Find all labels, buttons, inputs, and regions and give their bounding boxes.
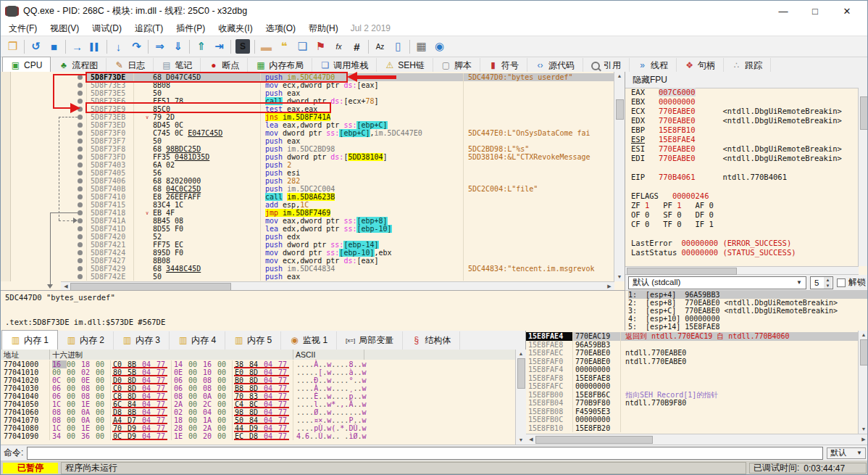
disasm-row[interactable]: 5D8F73F868 98BDC25Dpush im.5DC2BD985DC2B… [1,145,614,153]
menu-item-favourites[interactable]: 收藏夹(I) [212,22,259,36]
dump-row[interactable]: 770410501C001E006C8404772A002C00C48C0477… [1,400,367,408]
step-out-icon[interactable]: ⇑ [192,38,210,54]
calculator-icon[interactable]: ▦ [412,38,430,54]
disasm-row[interactable]: 5D8F74278B08mov ecx,dword ptr ds:[eax] [1,257,614,265]
dump-vertical-scrollbar[interactable]: ▲ ▼ [515,350,526,445]
calling-convention-select[interactable]: 默认 (stdcall) ▼ [628,276,806,289]
register-row[interactable]: CF 0 TF 0 IF 1 [631,220,859,229]
breakpoint-gutter[interactable] [1,121,86,129]
register-row[interactable]: EBX 00000000 [631,97,859,107]
disasm-row[interactable]: 5D8F740668 82020000push 282 [1,177,614,185]
register-row[interactable]: ESI 770EABE0 <ntdll.DbgUiRemoteBreakin> [631,144,859,154]
tab-watch-1[interactable]: ◉监视 1 [281,331,337,350]
stack-row[interactable]: 15E8FAE896A59BB3 [526,341,859,350]
disasm-row[interactable]: 5D8F7421FF75 ECpush dword ptr ss:[ebp-14… [1,241,614,249]
disasm-row[interactable]: 5D8F7424895D F0mov dword ptr ss:[ebp-10]… [1,249,614,257]
stack-row[interactable]: 15E8FB1015E8FB20 [526,424,859,433]
stack-row[interactable]: 15E8FAF400000000 [526,365,859,374]
breakpoint-gutter[interactable] [1,145,86,153]
menu-item-plugins[interactable]: 插件(P) [170,22,212,36]
disassembly-view[interactable]: 5D8F73DE68 D047C45Dpush im.5DC447D05DC44… [1,72,625,290]
tab-references[interactable]: 引用 [583,58,630,73]
command-profile-select[interactable]: 默认 ▼ [827,447,866,459]
register-row[interactable] [631,229,859,239]
breakpoint-gutter[interactable] [1,185,86,193]
breakpoint-gutter[interactable] [1,249,86,257]
minimize-button[interactable]: — [767,1,799,20]
breakpoint-gutter[interactable] [1,273,86,281]
disasm-row[interactable]: 5D8F742E50push eax [1,273,614,281]
stack-row[interactable]: 15E8FAFC00000000 [526,382,859,391]
stack-row[interactable]: 15E8FB08F45905E3 [526,408,859,416]
dump-row[interactable]: 770410801C001E0070D9047728002A0044D90477… [1,424,367,432]
close-button[interactable]: ✕ [831,1,863,20]
register-row[interactable] [631,257,859,266]
menu-item-trace[interactable]: 追踪(T) [128,22,170,36]
register-row[interactable]: ESP 15E8FAE4 [631,135,859,144]
registers-list[interactable]: EAX 007C6000EBX 00000000ECX 770EABE0 <nt… [625,88,859,266]
argument-row[interactable]: 2: [esp+8] 770EABE0 <ntdll.DbgUiRemoteBr… [628,299,868,307]
register-row[interactable]: EBP 15E8FB10 [631,125,859,135]
breakpoint-gutter[interactable] [1,161,86,169]
tab-struct[interactable]: §结构体 [403,331,460,350]
memory-dump-panel[interactable]: ▥内存 1▥内存 2▥内存 3▥内存 4▥内存 5◉监视 1[x=]局部变量§结… [1,331,525,445]
tab-threads[interactable]: »线程 [630,58,677,73]
tab-seh[interactable]: ⚠SEH链 [377,58,433,73]
run-to-user-code-icon[interactable]: ⇥ [210,38,228,54]
disasm-row[interactable]: 5D8F741A8B45 08mov eax,dword ptr ss:[ebp… [1,217,614,225]
dump-row[interactable]: 7704104006000800C88D047708000A0070830477… [1,392,367,400]
tab-breakpoints[interactable]: ●断点 [201,58,248,73]
register-row[interactable]: LastStatus 00000000 (STATUS_SUCCESS) [631,248,859,257]
tab-graph[interactable]: ♣流程图 [51,58,107,73]
register-row[interactable]: EIP 770B4061 ntdll.770B4061 [631,173,859,182]
disasm-row[interactable]: 5D8F74036A 02push 2 [1,161,614,169]
tab-dump-2[interactable]: ▥内存 2 [58,331,114,350]
run-to-selection-icon[interactable]: ⇒ [151,38,169,54]
breakpoint-gutter[interactable] [1,265,86,273]
open-file-icon[interactable]: ❐ [4,38,22,54]
argument-row[interactable]: 4: [esp+10] 00000000 [628,315,868,323]
tab-source[interactable]: ‹›源代码 [527,58,583,73]
tab-dump-3[interactable]: ▥内存 3 [114,331,170,350]
register-row[interactable]: EAX 007C6000 [631,88,859,97]
disasm-row[interactable]: 5D8F73FDFF35 0481D35Dpush dword ptr ds:[… [1,153,614,161]
stack-vertical-scrollbar[interactable]: ▲ ▼ [858,331,868,434]
breakpoint-gutter[interactable] [1,153,86,161]
tab-script[interactable]: ▢脚本 [433,58,480,73]
tab-handles[interactable]: ❖句柄 [677,58,724,73]
command-input[interactable] [27,447,823,460]
breakpoint-gutter[interactable] [1,137,86,145]
pause-icon[interactable]: ▌▌ [86,38,104,54]
register-row[interactable]: LastError 00000000 (ERROR_SUCCESS) [631,239,859,248]
disasm-row[interactable]: 5D8F73E550push eax [1,89,614,97]
stack-row[interactable]: 15E8FB04770B9F80ntdll.770B9F80 [526,399,859,408]
disasm-row[interactable]: 5D8F741D8D55 F0lea edx,dword ptr ss:[ebp… [1,225,614,233]
tab-notes[interactable]: ▤笔记 [154,58,201,73]
register-row[interactable]: EDX 770EABE0 <ntdll.DbgUiRemoteBreakin> [631,116,859,125]
unlock-checkbox[interactable] [837,278,846,287]
dump-row[interactable]: 7704103006000800C08D047706000800B88D0477… [1,384,367,392]
disasm-row[interactable]: 5D8F7410E8 26EEFAFFcall im.5D8A623B [1,193,614,201]
argument-row[interactable]: 5: [esp+14] 15E8FAE8 [628,323,868,331]
breakpoint-gutter[interactable] [1,257,86,265]
tab-symbols[interactable]: ▮符号 [480,58,527,73]
disasm-row[interactable]: 5D8F73F750push eax [1,137,614,145]
breakpoint-gutter[interactable] [1,201,86,209]
menu-item-file[interactable]: 文件(F) [2,22,43,36]
disasm-horizontal-scrollbar[interactable]: ◀ ▶ [61,281,614,290]
menu-item-help[interactable]: 帮助(H) [302,22,345,36]
dump-row[interactable]: 770410200C000E00D08D047706000800B08D0477… [1,376,367,384]
disasm-row[interactable]: 5D8F73EB∨79 2Djns im.5D8F741A [1,113,614,121]
dump-row[interactable]: 7704106008000A00D88B047702000400988D0477… [1,408,367,416]
restart-icon[interactable]: ↺ [27,38,45,54]
breakpoint-gutter[interactable] [1,225,86,233]
tab-memory-map[interactable]: ▦内存布局 [248,58,312,73]
breakpoint-gutter[interactable] [1,129,86,137]
dump-row[interactable]: 7704107008000A00A4D7047718001A0050840477… [1,416,367,424]
bookmarks-icon[interactable]: ⚑ [312,38,330,54]
disasm-row[interactable]: 5D8F740B68 04C0C25Dpush im.5DC2C0045DC2C… [1,185,614,193]
step-into-icon[interactable]: ↓ [109,38,128,54]
disasm-row[interactable]: 5D8F741583C4 1Cadd esp,1C [1,201,614,209]
tab-call-stack[interactable]: ❏调用堆栈 [312,58,377,73]
breakpoint-gutter[interactable] [1,193,86,201]
